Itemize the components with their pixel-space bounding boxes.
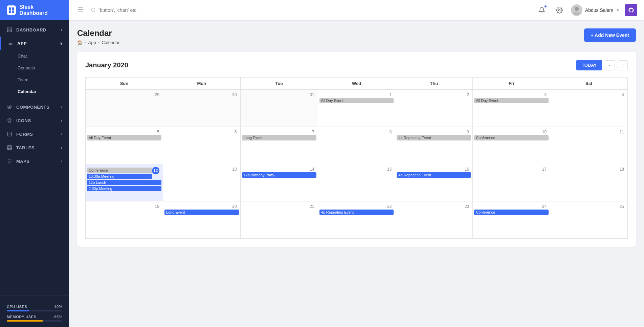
cal-cell-19[interactable]: 19 [86,201,163,239]
cal-cell-1[interactable]: 1All Day Event [318,90,396,127]
cal-cell-18[interactable]: 18 [550,164,628,201]
cal-cell-21[interactable]: 21 [241,201,318,239]
github-button[interactable] [625,4,637,16]
sidebar-item-contacts[interactable]: Contacts [0,62,69,74]
cal-day-number: 3 [474,91,549,98]
cal-cell-23[interactable]: 23 [395,201,473,239]
sidebar-item-components[interactable]: COMPONENTS › [0,100,69,114]
cal-day-number: 20 [164,203,239,210]
cal-cell-25[interactable]: 25 [550,201,628,239]
cal-cell-3[interactable]: 3All Day Event [473,90,550,127]
cal-cell-24[interactable]: 24Conference [473,201,550,239]
cal-cell-20[interactable]: 20Long Event [163,201,241,239]
cal-cell-2[interactable]: 2 [395,90,473,127]
cal-day-number: 4 [552,91,626,98]
cal-cell-16[interactable]: 164p Repeating Event [395,164,473,201]
prev-month-button[interactable]: ‹ [605,60,615,70]
cal-cell-10[interactable]: 10Conference [473,127,550,164]
maps-label: MAPS [16,159,30,164]
search-input[interactable] [99,7,200,13]
sidebar-item-calendar[interactable]: Calendar [0,86,69,97]
add-event-button[interactable]: + Add New Event [584,28,636,42]
main-area: Abdus Salam ▼ Calendar 🏠 • App • Calenda… [69,0,644,327]
cal-cell-22[interactable]: 224p Repeating Event [318,201,396,239]
calendar-event[interactable]: All Day Event [319,98,394,103]
sidebar-item-maps[interactable]: MAPS › [0,154,69,168]
cal-cell-6[interactable]: 6 [163,127,241,164]
cal-header-fri: Fri [473,78,550,90]
breadcrumb-app-link[interactable]: App [88,40,96,45]
cal-header-tue: Tue [241,78,318,90]
calendar-grid: SunMonTueWedThuFriSat2930311All Day Even… [85,77,628,239]
calendar-event[interactable]: 4p Repeating Event [397,135,471,140]
cal-day-number: 9 [397,128,471,135]
sidebar-item-team[interactable]: Team [0,74,69,86]
next-month-button[interactable]: › [618,60,628,70]
svg-rect-5 [10,28,12,29]
sidebar-item-tables[interactable]: TABLES › [0,141,69,154]
search-area [91,7,530,13]
cal-cell-7[interactable]: 7Long Event [241,127,318,164]
chevron-right-icon: › [61,28,62,32]
calendar-event[interactable]: 12a Birthday Party [242,172,316,178]
cal-cell-30[interactable]: 30 [163,90,241,127]
calendar-event[interactable]: 10:30a Meeting [87,174,152,179]
sidebar-item-app[interactable]: APP ∨ [0,37,69,50]
breadcrumb-current: Calendar [102,40,119,45]
cal-cell-11[interactable]: 11 [550,127,628,164]
chevron-right-icon3: › [61,119,62,123]
sidebar-item-chat[interactable]: Chat [0,50,69,62]
sidebar-item-forms[interactable]: FORMS › [0,127,69,141]
user-profile[interactable]: Abdus Salam ▼ [571,4,620,16]
calendar-nav: TODAY ‹ › [576,60,628,70]
settings-button[interactable] [553,4,565,16]
calendar-event[interactable]: 12p Lunch [87,180,161,185]
cal-day-number: 8 [319,128,394,135]
sidebar-bottom: CPU USES 40% MEMORY USES 65% [0,296,69,327]
cal-header-mon: Mon [163,78,241,90]
calendar-event[interactable]: Long Event [242,135,316,140]
calendar-event[interactable]: 4p Repeating Event [397,172,471,178]
calendar-event[interactable]: Conference [474,135,549,140]
calendar-event[interactable]: 2:30p Meeting [87,186,161,191]
svg-rect-1 [12,7,14,10]
menu-button[interactable] [76,5,85,16]
svg-rect-2 [9,10,11,13]
cal-day-number: 1 [319,91,394,98]
calendar-event[interactable]: Conference [474,210,549,215]
cal-header-sat: Sat [550,78,628,90]
notification-badge [544,5,547,8]
cal-day-number: 24 [474,203,549,210]
cal-cell-31[interactable]: 31 [241,90,318,127]
cal-cell-13[interactable]: 13 [163,164,241,201]
memory-progress-bar [7,320,62,322]
svg-marker-10 [7,118,12,123]
today-button[interactable]: TODAY [576,60,602,70]
sidebar-item-icons[interactable]: ICONS › [0,114,69,127]
calendar-event[interactable]: Conference [87,168,152,173]
svg-rect-3 [12,10,14,13]
svg-rect-6 [7,30,9,32]
calendar-event[interactable]: All Day Event [87,135,161,140]
cal-day-number: 5 [87,128,161,135]
cal-cell-29[interactable]: 29 [86,90,163,127]
cal-cell-17[interactable]: 17 [473,164,550,201]
notifications-button[interactable] [536,4,548,16]
cal-cell-12[interactable]: 12Conference10:30a Meeting12p Lunch2:30p… [86,164,163,201]
app-name: Sleek Dashboard [19,4,62,16]
svg-rect-8 [7,106,9,108]
cal-cell-9[interactable]: 94p Repeating Event [395,127,473,164]
cal-cell-5[interactable]: 5All Day Event [86,127,163,164]
cal-day-number: 15 [319,166,394,172]
calendar-event[interactable]: All Day Event [474,98,549,103]
cal-day-number: 30 [164,91,239,98]
cal-cell-14[interactable]: 1412a Birthday Party [241,164,318,201]
calendar: January 2020 TODAY ‹ › SunMonTueWedThuFr… [77,52,636,247]
cal-cell-8[interactable]: 8 [318,127,396,164]
calendar-event[interactable]: Long Event [164,210,239,215]
calendar-event[interactable]: 4p Repeating Event [319,210,394,215]
cal-cell-15[interactable]: 15 [318,164,396,201]
sidebar-item-dashboard[interactable]: DASHBOARD › [0,23,69,37]
cal-cell-4[interactable]: 4 [550,90,628,127]
svg-rect-0 [9,7,11,10]
